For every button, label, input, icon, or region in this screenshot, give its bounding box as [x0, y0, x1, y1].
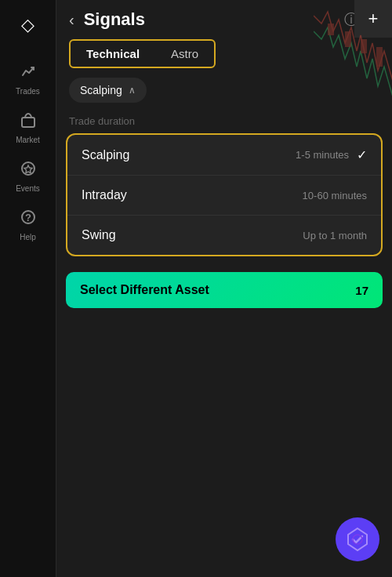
swing-label: Swing	[82, 228, 116, 242]
tab-astro[interactable]: Astro	[155, 41, 214, 67]
select-asset-count: 17	[355, 284, 368, 297]
events-icon	[20, 160, 37, 181]
sidebar-item-events-label: Events	[16, 184, 40, 193]
dropdown-selected-label: Scalping	[80, 84, 122, 96]
dropdown-button[interactable]: Scalping ∧	[69, 78, 147, 103]
tabs-container: Technical Astro	[69, 39, 216, 68]
scalping-label: Scalping	[82, 148, 129, 162]
dropdown-arrow-icon: ∧	[129, 85, 136, 96]
select-asset-button[interactable]: Select Different Asset 17	[66, 272, 383, 308]
intraday-label: Intraday	[82, 188, 127, 202]
sidebar-logo[interactable]: ◇	[13, 9, 44, 41]
trades-icon	[20, 63, 37, 84]
svg-rect-7	[376, 47, 383, 67]
swing-duration: Up to 1 month	[303, 230, 367, 241]
logo-badge[interactable]	[336, 517, 379, 561]
page-title: Signals	[84, 9, 335, 30]
intraday-right: 10-60 minutes	[303, 190, 367, 201]
svg-rect-4	[328, 24, 334, 35]
svg-rect-0	[22, 118, 34, 127]
sidebar-item-market-label: Market	[16, 136, 40, 144]
dropdown-item-intraday[interactable]: Intraday 10-60 minutes	[67, 176, 381, 216]
sidebar-item-help[interactable]: ? Help	[5, 202, 52, 248]
dropdown-item-swing[interactable]: Swing Up to 1 month	[67, 216, 381, 255]
sidebar: ◇ Trades Market Events	[0, 0, 56, 577]
sidebar-item-help-label: Help	[20, 233, 36, 241]
select-asset-label: Select Different Asset	[80, 283, 209, 297]
market-icon	[20, 111, 37, 132]
chart-background	[314, 0, 392, 172]
sidebar-item-market[interactable]: Market	[5, 105, 52, 151]
tab-technical[interactable]: Technical	[71, 41, 155, 67]
sidebar-item-events[interactable]: Events	[5, 154, 52, 199]
back-button[interactable]: ‹	[69, 12, 74, 27]
main-panel: + ‹ Signals ⓘ ✕ Technical Astro Scalping…	[56, 0, 392, 577]
intraday-duration: 10-60 minutes	[303, 190, 367, 201]
sidebar-item-trades-label: Trades	[16, 87, 40, 96]
svg-text:?: ?	[25, 212, 31, 223]
svg-rect-6	[361, 39, 367, 53]
svg-rect-5	[345, 31, 351, 47]
help-icon: ?	[20, 209, 37, 230]
svg-point-9	[353, 535, 362, 544]
sidebar-item-trades[interactable]: Trades	[5, 56, 52, 102]
swing-right: Up to 1 month	[303, 230, 367, 241]
